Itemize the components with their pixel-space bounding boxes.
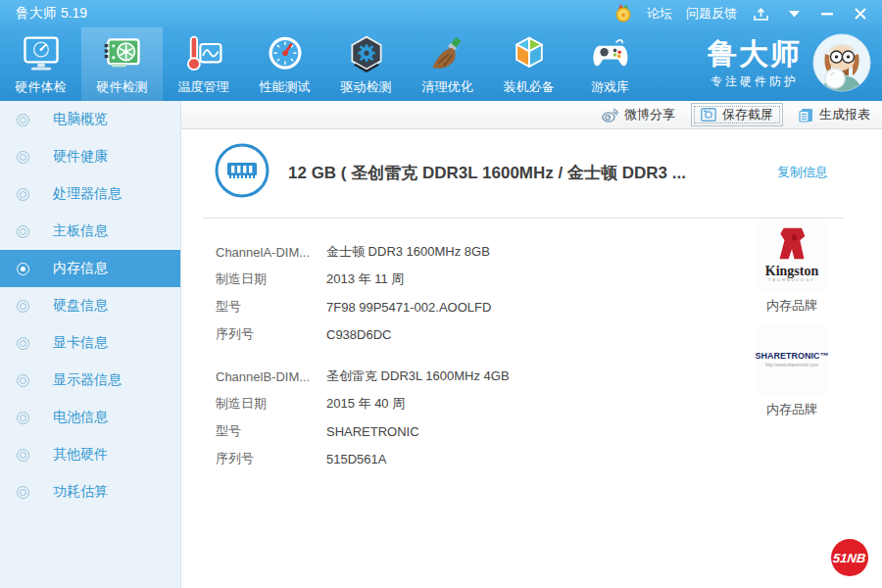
spec-value: 2015 年 40 周 <box>326 395 405 413</box>
spec-label: ChannelA-DIM... <box>216 245 326 260</box>
spec-value: 515D561A <box>326 452 386 466</box>
generate-report-button[interactable]: 生成报表 <box>799 106 870 123</box>
brand-slogan: 专注硬件防护 <box>708 74 802 90</box>
camera-icon <box>701 108 716 122</box>
cube-icon <box>507 32 552 77</box>
app-window: 鲁大师 5.19 ★ 论坛 问题反馈 <box>0 0 882 588</box>
memory-circle-icon <box>214 142 270 203</box>
radio-icon-selected <box>17 263 29 275</box>
kingston-logo: Kingston TECHNOLOGY <box>756 219 828 291</box>
radio-icon <box>17 151 29 164</box>
tab-benchmark[interactable]: 性能测试 <box>244 27 325 101</box>
kingston-head-icon <box>772 226 811 266</box>
spec-row: 序列号 515D561A <box>216 445 882 472</box>
tab-label: 温度管理 <box>178 78 229 96</box>
tab-label: 清理优化 <box>422 78 473 96</box>
spec-label: 型号 <box>216 422 326 440</box>
tab-label: 装机必备 <box>504 78 555 96</box>
spec-value: C938D6DC <box>326 327 391 342</box>
sidebar-item-gpu-info[interactable]: 显卡信息 <box>0 324 180 362</box>
close-button[interactable] <box>851 4 870 24</box>
tab-label: 性能测试 <box>260 78 311 96</box>
spec-label: 序列号 <box>216 325 326 343</box>
gamepad-icon <box>588 32 633 77</box>
radio-icon <box>17 114 29 126</box>
sharetronic-logo: SHARETRONIC™ http://www.sharetronic.com <box>756 324 828 395</box>
memory-info-panel: 12 GB ( 圣创雷克 DDR3L 1600MHz / 金士顿 DDR3 ..… <box>181 129 882 588</box>
gpu-card-icon <box>100 32 145 77</box>
forum-link[interactable]: 论坛 <box>647 5 672 23</box>
tab-hardware-detect[interactable]: 硬件检测 <box>81 27 163 101</box>
gauge-icon <box>263 32 308 77</box>
tab-driver-detect[interactable]: 驱动检测 <box>325 27 407 101</box>
tab-essentials[interactable]: 装机必备 <box>488 27 569 101</box>
sidebar-item-power-estimate[interactable]: 功耗估算 <box>0 473 180 511</box>
minimize-button[interactable] <box>817 4 837 24</box>
spec-label: 型号 <box>216 298 326 316</box>
sidebar-item-other-hardware[interactable]: 其他硬件 <box>0 436 180 473</box>
tab-label: 驱动检测 <box>341 78 392 96</box>
sidebar-item-hardware-health[interactable]: 硬件健康 <box>0 138 180 175</box>
svg-text:★: ★ <box>619 11 626 20</box>
sidebar: 电脑概览 硬件健康 处理器信息 主板信息 内存信息 硬盘信息 <box>0 101 181 588</box>
spec-value: 7F98 99P5471-002.AOOLFD <box>326 300 491 315</box>
sidebar-item-motherboard-info[interactable]: 主板信息 <box>0 213 180 250</box>
memory-summary-title: 12 GB ( 圣创雷克 DDR3L 1600MHz / 金士顿 DDR3 ..… <box>288 162 686 184</box>
main-toolbar: 硬件体检 <box>0 27 882 101</box>
radio-icon <box>17 486 29 499</box>
brand-caption: 内存品牌 <box>756 297 828 315</box>
radio-icon <box>17 300 29 313</box>
spec-value: 2013 年 11 周 <box>326 270 404 288</box>
sidebar-item-disk-info[interactable]: 硬盘信息 <box>0 287 180 324</box>
brand-caption: 内存品牌 <box>756 401 828 418</box>
radio-icon <box>17 337 29 350</box>
divider <box>203 218 845 219</box>
menu-caret-icon[interactable] <box>784 4 804 24</box>
save-screenshot-button[interactable]: 保存截屏 <box>691 103 783 126</box>
panel-header: 12 GB ( 圣创雷克 DDR3L 1600MHz / 金士顿 DDR3 ..… <box>181 129 882 208</box>
brand-logo-text: 鲁大师 <box>708 38 802 70</box>
spec-value: 圣创雷克 DDR3L 1600MHz 4GB <box>326 368 510 385</box>
spec-label: 制造日期 <box>216 270 326 288</box>
titlebar: 鲁大师 5.19 ★ 论坛 问题反馈 <box>0 0 882 27</box>
radio-icon <box>17 412 29 424</box>
tab-label: 游戏库 <box>591 78 629 96</box>
spec-value: SHARETRONIC <box>326 424 419 439</box>
share-upload-icon[interactable] <box>751 4 770 24</box>
tab-hardware-checkup[interactable]: 硬件体检 <box>0 27 81 101</box>
radio-icon <box>17 449 29 462</box>
action-bar: 微博分享 保存截屏 生成报表 <box>181 101 882 129</box>
report-icon <box>799 108 813 122</box>
thermometer-icon <box>181 32 226 77</box>
radio-icon <box>17 225 29 238</box>
medal-icon[interactable]: ★ <box>613 4 633 24</box>
brand-logos-column: Kingston TECHNOLOGY 内存品牌 SHARETRONIC™ ht… <box>756 219 828 428</box>
tab-temperature[interactable]: 温度管理 <box>163 27 244 101</box>
tab-label: 硬件体检 <box>16 78 67 96</box>
spec-label: 序列号 <box>216 450 326 467</box>
gear-hexagon-icon <box>344 32 389 77</box>
sidebar-item-computer-overview[interactable]: 电脑概览 <box>0 101 180 138</box>
radio-icon <box>17 188 29 201</box>
app-title: 鲁大师 5.19 <box>16 5 87 23</box>
spec-label: 制造日期 <box>216 395 326 413</box>
spec-label: ChannelB-DIM... <box>216 369 326 384</box>
broom-icon <box>425 32 470 77</box>
feedback-link[interactable]: 问题反馈 <box>686 5 737 23</box>
mascot-avatar[interactable] <box>811 32 872 97</box>
weibo-icon <box>602 108 618 122</box>
brand-area: 鲁大师 专注硬件防护 <box>708 27 882 101</box>
sidebar-item-battery-info[interactable]: 电池信息 <box>0 399 180 436</box>
weibo-share-button[interactable]: 微博分享 <box>602 106 675 123</box>
copy-info-link[interactable]: 复制信息 <box>777 164 828 181</box>
sidebar-item-cpu-info[interactable]: 处理器信息 <box>0 175 180 213</box>
sidebar-item-monitor-info[interactable]: 显示器信息 <box>0 362 180 399</box>
tab-game-library[interactable]: 游戏库 <box>569 27 651 101</box>
51nb-watermark-logo: 51NB <box>831 539 868 576</box>
monitor-checkup-icon <box>19 32 64 77</box>
tab-cleanup[interactable]: 清理优化 <box>407 27 488 101</box>
tab-label: 硬件检测 <box>97 78 148 96</box>
sidebar-item-memory-info[interactable]: 内存信息 <box>0 250 180 287</box>
radio-icon <box>17 374 29 387</box>
spec-value: 金士顿 DDR3 1600MHz 8GB <box>326 243 490 261</box>
